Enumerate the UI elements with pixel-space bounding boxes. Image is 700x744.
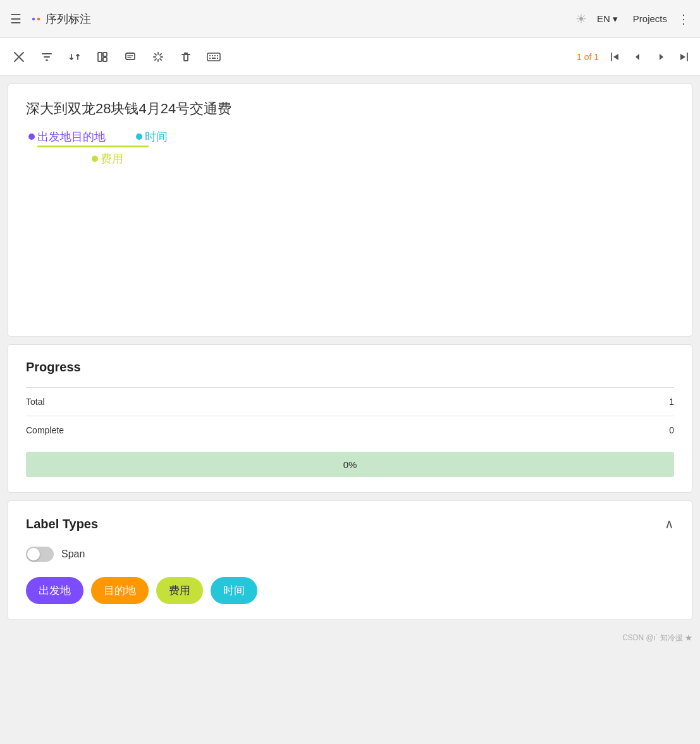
svg-rect-19 bbox=[209, 58, 211, 59]
footer-text: CSDN @ι΄ 知冷援 ★ bbox=[622, 633, 692, 642]
progress-total-label: Total bbox=[26, 397, 45, 407]
close-button[interactable] bbox=[5, 43, 33, 71]
filter-button[interactable] bbox=[33, 43, 61, 71]
progress-complete-label: Complete bbox=[26, 425, 64, 435]
sort-button[interactable] bbox=[61, 43, 89, 71]
comment-button[interactable] bbox=[116, 43, 144, 71]
label-types-panel: Label Types ∧ Span 出发地 目的地 费用 时间 bbox=[8, 500, 692, 620]
progress-complete-row: Complete 0 bbox=[26, 416, 674, 444]
svg-rect-20 bbox=[212, 58, 216, 59]
language-selector[interactable]: EN ▾ bbox=[597, 13, 618, 25]
progress-total-row: Total 1 bbox=[26, 387, 674, 416]
top-nav: ☰ ● ● 序列标注 ☀ EN ▾ Projects ⋮ bbox=[0, 0, 700, 38]
label-text-departure-destination: 出发地目的地 bbox=[37, 129, 106, 144]
first-page-button[interactable] bbox=[604, 46, 627, 68]
label-types-title: Label Types bbox=[26, 517, 98, 531]
progress-total-value: 1 bbox=[669, 397, 674, 407]
label-types-header: Label Types ∧ bbox=[26, 516, 674, 531]
chip-cost[interactable]: 费用 bbox=[156, 577, 203, 604]
label-item-departure-destination: 出发地目的地 bbox=[28, 129, 106, 144]
projects-link[interactable]: Projects bbox=[633, 13, 667, 24]
svg-rect-4 bbox=[103, 58, 107, 61]
language-arrow-icon: ▾ bbox=[613, 13, 618, 25]
annotation-toolbar: 1 of 1 bbox=[0, 38, 700, 76]
svg-rect-14 bbox=[207, 53, 220, 61]
label-row-1: 出发地目的地 时间 bbox=[28, 129, 674, 144]
app-title: 序列标注 bbox=[46, 11, 91, 27]
annotation-panel: 深大到双龙28块钱4月24号交通费 出发地目的地 时间 bbox=[8, 84, 692, 337]
progress-bar: 0% bbox=[26, 452, 674, 477]
language-label: EN bbox=[597, 13, 610, 24]
svg-line-10 bbox=[155, 53, 156, 54]
svg-line-12 bbox=[160, 53, 161, 54]
svg-rect-5 bbox=[126, 53, 135, 59]
next-page-button[interactable] bbox=[649, 46, 672, 68]
delete-button[interactable] bbox=[172, 43, 200, 71]
label-text-time: 时间 bbox=[145, 129, 168, 144]
pagination-controls bbox=[604, 46, 695, 68]
toggle-knob bbox=[27, 548, 40, 561]
label-underline-departure bbox=[37, 146, 149, 147]
label-item-cost: 费用 bbox=[92, 151, 123, 166]
label-dot-cost bbox=[92, 156, 98, 162]
span-toggle-row: Span bbox=[26, 547, 674, 562]
layout-button[interactable] bbox=[89, 43, 116, 71]
label-dot-departure bbox=[28, 133, 35, 140]
span-label: Span bbox=[61, 549, 85, 560]
svg-rect-17 bbox=[214, 55, 216, 56]
collapse-button[interactable]: ∧ bbox=[665, 516, 674, 531]
svg-rect-2 bbox=[98, 53, 102, 61]
progress-complete-value: 0 bbox=[669, 425, 674, 435]
span-toggle[interactable] bbox=[26, 547, 54, 562]
chip-time[interactable]: 时间 bbox=[211, 577, 257, 604]
svg-rect-15 bbox=[209, 55, 211, 56]
progress-panel: Progress Total 1 Complete 0 0% bbox=[8, 344, 692, 493]
svg-line-13 bbox=[155, 59, 156, 60]
chip-departure[interactable]: 出发地 bbox=[26, 577, 83, 604]
last-page-button[interactable] bbox=[672, 46, 695, 68]
label-text-cost: 费用 bbox=[101, 151, 123, 166]
logo-dot2: ● bbox=[37, 15, 40, 22]
app-logo: ● ● 序列标注 bbox=[32, 11, 91, 27]
prev-page-button[interactable] bbox=[627, 46, 649, 68]
label-chips: 出发地 目的地 费用 时间 bbox=[26, 577, 674, 604]
main-content: 深大到双龙28块钱4月24号交通费 出发地目的地 时间 bbox=[0, 76, 700, 628]
annotation-labels: 出发地目的地 时间 费用 bbox=[26, 129, 674, 166]
label-row-2: 费用 bbox=[92, 151, 674, 166]
svg-rect-18 bbox=[217, 55, 218, 56]
menu-icon[interactable]: ☰ bbox=[10, 11, 21, 27]
magic-button[interactable] bbox=[144, 43, 172, 71]
logo-dot1: ● bbox=[32, 15, 35, 22]
svg-rect-21 bbox=[217, 58, 218, 59]
theme-icon[interactable]: ☀ bbox=[575, 11, 587, 27]
svg-rect-3 bbox=[103, 53, 107, 56]
label-dot-time bbox=[136, 133, 142, 140]
progress-title: Progress bbox=[26, 360, 674, 375]
annotation-text: 深大到双龙28块钱4月24号交通费 bbox=[26, 99, 674, 119]
keyboard-button[interactable] bbox=[200, 43, 228, 71]
chip-destination[interactable]: 目的地 bbox=[91, 577, 149, 604]
page-footer: CSDN @ι΄ 知冷援 ★ bbox=[0, 628, 700, 648]
svg-rect-16 bbox=[212, 55, 213, 56]
label-item-time: 时间 bbox=[136, 129, 168, 144]
pagination-info: 1 of 1 bbox=[577, 52, 599, 62]
svg-line-11 bbox=[160, 59, 161, 60]
progress-bar-text: 0% bbox=[343, 459, 357, 470]
more-options-icon[interactable]: ⋮ bbox=[677, 11, 690, 27]
